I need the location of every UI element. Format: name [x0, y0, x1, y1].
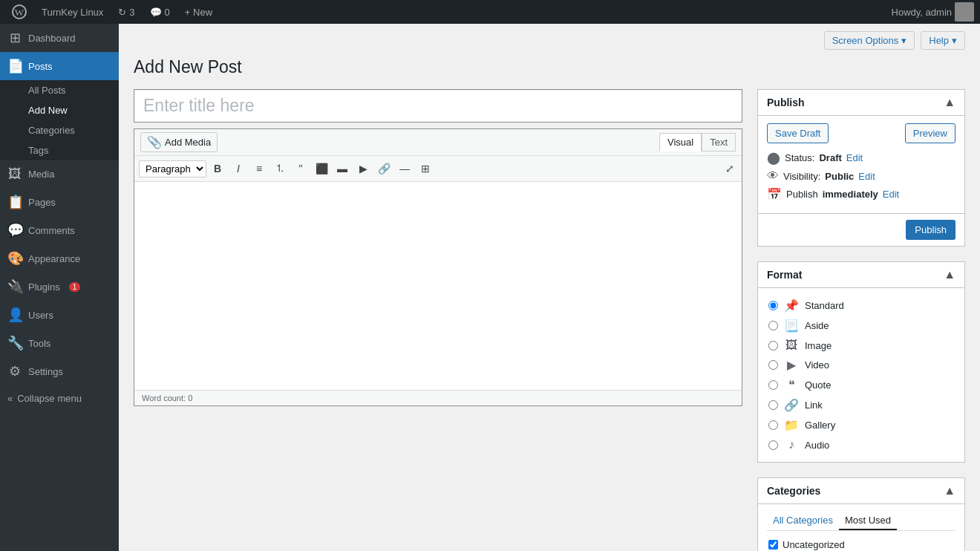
format-box-header[interactable]: Format ▲: [758, 262, 964, 288]
sidebar-sub-categories[interactable]: Categories: [0, 120, 119, 140]
sidebar-item-tools[interactable]: 🔧 Tools: [0, 329, 119, 357]
video-icon: ▶: [784, 358, 799, 372]
publish-action-row: Save Draft Preview: [767, 123, 956, 143]
more-button[interactable]: —: [395, 159, 414, 178]
format-video[interactable]: ▶ Video: [767, 355, 956, 375]
sidebar-sub-tags[interactable]: Tags: [0, 140, 119, 160]
format-aside[interactable]: 📃 Aside: [767, 316, 956, 336]
publish-button[interactable]: Publish: [906, 220, 956, 240]
all-categories-tab[interactable]: All Categories: [767, 512, 839, 530]
content-area: 📎 Add Media Visual Text Paragraph Headin…: [134, 89, 965, 551]
sidebar-item-settings[interactable]: ⚙ Settings: [0, 357, 119, 385]
format-box-content: 📌 Standard 📃 Aside 🖼 Image: [758, 288, 964, 462]
sidebar-item-pages[interactable]: 📋 Pages: [0, 188, 119, 216]
format-standard-radio[interactable]: [768, 301, 778, 310]
categories-collapse-icon: ▲: [944, 484, 956, 498]
page-title: Add New Post: [134, 57, 965, 77]
format-standard[interactable]: 📌 Standard: [767, 296, 956, 316]
preview-button[interactable]: Preview: [905, 123, 956, 143]
save-draft-button[interactable]: Save Draft: [767, 123, 829, 143]
publish-collapse-icon: ▲: [944, 96, 956, 109]
sidebar-sub-all-posts[interactable]: All Posts: [0, 80, 119, 100]
fullscreen-button[interactable]: ⤢: [722, 161, 737, 176]
wp-logo[interactable]: W: [6, 4, 33, 19]
editor-toolbar: Paragraph Heading 1 Heading 2 Heading 3 …: [134, 156, 742, 182]
publish-box-content: Save Draft Preview ⬤ Status: Draft Edit …: [758, 116, 964, 213]
categories-box: Categories ▲ All Categories Most Used Un…: [757, 477, 965, 551]
bold-button[interactable]: B: [208, 159, 227, 178]
visibility-edit-link[interactable]: Edit: [858, 171, 875, 182]
pages-icon: 📋: [7, 194, 22, 210]
visual-tab[interactable]: Visual: [659, 133, 702, 151]
sidebar-item-media[interactable]: 🖼 Media: [0, 160, 119, 188]
align-right-button[interactable]: ▶: [353, 159, 373, 178]
format-audio-radio[interactable]: [768, 440, 778, 450]
publish-box: Publish ▲ Save Draft Preview ⬤ Status: D…: [757, 89, 965, 247]
help-button[interactable]: Help ▾: [921, 31, 965, 50]
avatar[interactable]: [955, 2, 974, 22]
svg-text:W: W: [15, 7, 24, 18]
format-aside-radio[interactable]: [768, 321, 778, 330]
sidebar-item-users[interactable]: 👤 Users: [0, 301, 119, 329]
format-link[interactable]: 🔗 Link: [767, 395, 956, 415]
appearance-icon: 🎨: [7, 250, 22, 267]
category-checkbox[interactable]: [768, 540, 778, 550]
sidebar-sub-add-new[interactable]: Add New: [0, 100, 119, 120]
status-edit-link[interactable]: Edit: [846, 152, 863, 163]
sidebar-item-dashboard[interactable]: ⊞ Dashboard: [0, 24, 119, 52]
main-content-area: Screen Options ▾ Help ▾ Add New Post 📎 A…: [119, 24, 980, 551]
format-audio[interactable]: ♪ Audio: [767, 435, 956, 454]
site-name[interactable]: TurnKey Linux: [36, 0, 109, 24]
add-media-button[interactable]: 📎 Add Media: [140, 132, 218, 152]
post-title-input[interactable]: [134, 89, 742, 123]
posts-submenu: All Posts Add New Categories Tags: [0, 80, 119, 160]
updates-item[interactable]: ↻ 3: [112, 0, 140, 24]
format-box: Format ▲ 📌 Standard 📃 Aside: [757, 261, 965, 463]
format-quote-radio[interactable]: [768, 380, 778, 390]
new-content-item[interactable]: + New: [179, 0, 218, 24]
publish-time-edit-link[interactable]: Edit: [883, 189, 899, 200]
align-center-button[interactable]: ▬: [333, 159, 352, 178]
editor-section: 📎 Add Media Visual Text Paragraph Headin…: [134, 89, 742, 406]
unordered-list-button[interactable]: ≡: [249, 159, 269, 178]
tools-icon: 🔧: [7, 335, 22, 351]
format-quote[interactable]: ❝ Quote: [767, 375, 956, 395]
media-icon: 🖼: [7, 166, 22, 182]
categories-box-content: All Categories Most Used Uncategorized: [758, 504, 964, 551]
align-left-button[interactable]: ⬛: [312, 159, 331, 178]
publish-box-header[interactable]: Publish ▲: [758, 90, 964, 116]
categories-tabs: All Categories Most Used: [767, 512, 956, 531]
sidebar-item-appearance[interactable]: 🎨 Appearance: [0, 244, 119, 273]
plugins-icon: 🔌: [7, 278, 22, 295]
sidebar-item-posts[interactable]: 📄 Posts: [0, 52, 119, 80]
word-count-bar: Word count: 0: [134, 390, 742, 405]
ordered-list-button[interactable]: ⒈: [270, 159, 290, 178]
format-image[interactable]: 🖼 Image: [767, 336, 956, 355]
categories-box-header[interactable]: Categories ▲: [758, 478, 964, 504]
editor-content[interactable]: [134, 182, 742, 390]
table-button[interactable]: ⊞: [416, 159, 435, 178]
admin-bar: W TurnKey Linux ↻ 3 💬 0 + New Howdy, adm…: [0, 0, 980, 24]
comments-item[interactable]: 💬 0: [144, 0, 176, 24]
gallery-icon: 📁: [784, 418, 799, 432]
italic-button[interactable]: I: [229, 159, 248, 178]
format-video-radio[interactable]: [768, 360, 778, 370]
sidebar-item-plugins[interactable]: 🔌 Plugins 1: [0, 273, 119, 301]
aside-icon: 📃: [784, 319, 799, 333]
chevron-down-icon-help: ▾: [952, 35, 957, 46]
paragraph-select[interactable]: Paragraph Heading 1 Heading 2 Heading 3: [139, 160, 206, 177]
collapse-menu-button[interactable]: « Collapse menu: [0, 385, 119, 411]
most-used-tab[interactable]: Most Used: [839, 512, 897, 530]
admin-sidebar: ⊞ Dashboard 📄 Posts All Posts Add New Ca…: [0, 24, 119, 551]
format-link-radio[interactable]: [768, 400, 778, 410]
sidebar-item-comments[interactable]: 💬 Comments: [0, 216, 119, 244]
category-uncategorized[interactable]: Uncategorized: [767, 537, 956, 551]
format-gallery[interactable]: 📁 Gallery: [767, 415, 956, 435]
screen-options-button[interactable]: Screen Options ▾: [824, 31, 915, 50]
text-tab[interactable]: Text: [702, 133, 736, 151]
format-image-radio[interactable]: [768, 341, 778, 351]
blockquote-button[interactable]: ": [291, 159, 310, 178]
link-button[interactable]: 🔗: [374, 159, 393, 178]
format-gallery-radio[interactable]: [768, 420, 778, 430]
comments-icon: 💬: [7, 222, 22, 238]
